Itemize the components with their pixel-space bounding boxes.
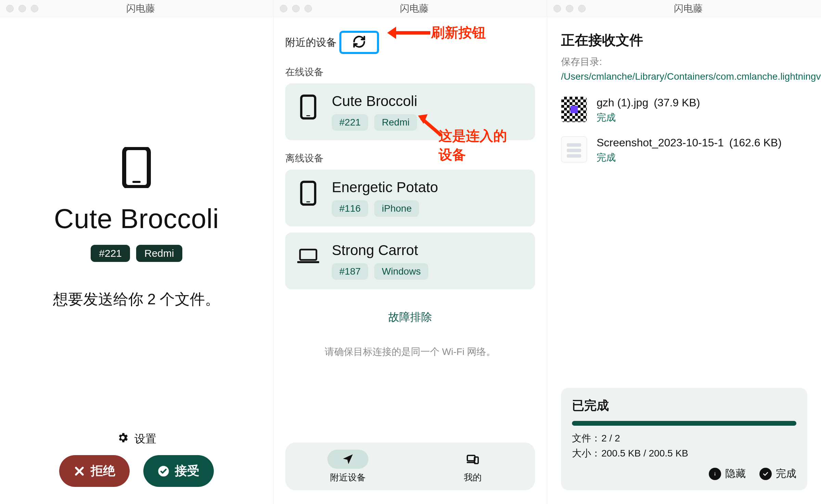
settings-label: 设置 xyxy=(134,432,156,447)
device-name: Strong Carrot xyxy=(332,242,524,258)
decline-label: 拒绝 xyxy=(91,463,115,479)
close-icon[interactable] xyxy=(6,5,14,12)
file-thumbnail xyxy=(561,96,587,122)
nav-nearby-label: 附近设备 xyxy=(330,472,366,483)
receiving-title: 正在接收文件 xyxy=(561,31,807,50)
accept-button[interactable]: 接受 xyxy=(143,455,214,487)
device-name: Energetic Potato xyxy=(332,179,524,196)
transfer-summary: 已完成 文件：2 / 2 大小：200.5 KB / 200.5 KB 隐藏 完… xyxy=(561,388,807,490)
close-icon[interactable] xyxy=(280,5,287,12)
sender-name: Cute Broccoli xyxy=(54,203,219,235)
file-row[interactable]: Screenshot_2023-10-15-1 (162.6 KB) 完成 xyxy=(561,136,807,164)
file-row[interactable]: gzh (1).jpg (37.9 KB) 完成 xyxy=(561,96,807,124)
device-card-offline[interactable]: Energetic Potato #116 iPhone xyxy=(285,170,535,226)
refresh-icon xyxy=(352,35,366,50)
window-title: 闪电藤 xyxy=(288,2,540,15)
close-icon[interactable] xyxy=(553,5,561,12)
wifi-note: 请确保目标连接的是同一个 Wi-Fi 网络。 xyxy=(285,345,535,358)
location-arrow-icon xyxy=(327,450,368,469)
svg-rect-6 xyxy=(306,201,310,202)
sender-id-badge: #221 xyxy=(91,245,130,262)
annotation-connected-device: 这是连入的 设备 xyxy=(439,127,507,164)
bottom-nav: 附近设备 我的 xyxy=(285,442,535,490)
nav-mine[interactable]: 我的 xyxy=(410,450,535,483)
titlebar: 闪电藤 xyxy=(547,0,821,17)
panel-nearby-devices: 闪电藤 附近的设备 刷新按钮 在线设备 xyxy=(274,0,547,504)
file-status: 完成 xyxy=(597,111,807,124)
annotation-refresh: 刷新按钮 xyxy=(431,23,486,42)
svg-rect-1 xyxy=(132,181,141,183)
save-path-value: /Users/cmlanche/Library/Containers/com.c… xyxy=(561,71,821,82)
device-card-offline[interactable]: Strong Carrot #187 Windows xyxy=(285,233,535,289)
phone-icon xyxy=(119,147,154,189)
hide-button[interactable]: 隐藏 xyxy=(709,467,746,481)
file-status: 完成 xyxy=(597,151,807,164)
panel-incoming-request: 闪电藤 Cute Broccoli #221 Redmi 想要发送给你 2 个文… xyxy=(0,0,274,504)
file-size: (162.6 KB) xyxy=(729,136,782,149)
refresh-button[interactable] xyxy=(339,31,379,54)
phone-icon xyxy=(296,179,320,206)
phone-icon xyxy=(296,93,320,120)
file-thumbnail xyxy=(561,136,587,162)
check-icon xyxy=(759,468,772,480)
window-title: 闪电藤 xyxy=(562,2,815,15)
svg-rect-5 xyxy=(301,182,315,205)
save-path[interactable]: 保存目录: /Users/cmlanche/Library/Containers… xyxy=(561,54,807,84)
titlebar: 闪电藤 xyxy=(0,0,273,17)
online-devices-header: 在线设备 xyxy=(285,66,535,79)
sender-brand-badge: Redmi xyxy=(136,245,182,262)
device-brand-badge: iPhone xyxy=(374,200,419,217)
summary-files: 文件：2 / 2 xyxy=(572,432,796,445)
file-name: Screenshot_2023-10-15-1 xyxy=(597,136,724,149)
svg-rect-4 xyxy=(306,115,310,116)
file-size: (37.9 KB) xyxy=(654,96,700,109)
settings-button[interactable]: 设置 xyxy=(0,432,273,447)
svg-rect-3 xyxy=(301,96,315,119)
save-path-label: 保存目录: xyxy=(561,56,602,67)
summary-title: 已完成 xyxy=(572,397,796,414)
laptop-icon xyxy=(296,242,320,269)
svg-rect-9 xyxy=(474,457,478,463)
file-name: gzh (1).jpg xyxy=(597,96,648,109)
device-id-badge: #187 xyxy=(332,263,368,280)
nearby-devices-header: 附近的设备 xyxy=(285,36,337,50)
device-brand-badge: Redmi xyxy=(374,114,417,131)
device-name: Cute Broccoli xyxy=(332,93,524,109)
progress-bar xyxy=(572,421,796,426)
panel-receiving-files: 闪电藤 正在接收文件 保存目录: /Users/cmlanche/Library… xyxy=(547,0,821,504)
window-title: 闪电藤 xyxy=(14,2,267,15)
troubleshoot-link[interactable]: 故障排除 xyxy=(285,310,535,325)
summary-size: 大小：200.5 KB / 200.5 KB xyxy=(572,447,796,460)
nav-nearby[interactable]: 附近设备 xyxy=(285,450,410,483)
nav-mine-label: 我的 xyxy=(464,472,482,483)
devices-icon xyxy=(452,450,493,469)
gear-icon xyxy=(117,432,129,447)
accept-label: 接受 xyxy=(175,463,199,479)
device-id-badge: #221 xyxy=(332,114,368,131)
device-id-badge: #116 xyxy=(332,200,368,217)
device-brand-badge: Windows xyxy=(374,263,428,280)
done-button[interactable]: 完成 xyxy=(759,467,796,481)
decline-button[interactable]: 拒绝 xyxy=(59,455,130,487)
info-icon xyxy=(709,468,721,480)
titlebar: 闪电藤 xyxy=(274,0,547,17)
svg-rect-7 xyxy=(300,250,316,260)
request-message: 想要发送给你 2 个文件。 xyxy=(53,289,220,309)
